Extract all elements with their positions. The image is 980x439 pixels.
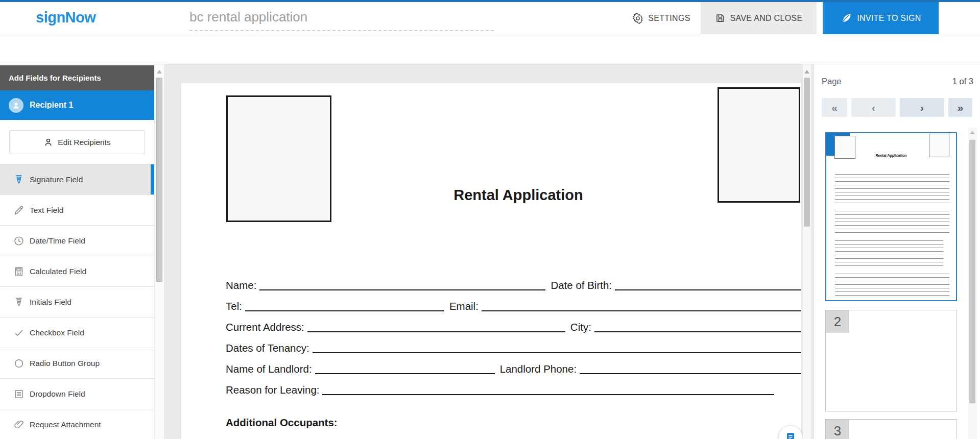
save-and-close-label: SAVE AND CLOSE — [730, 14, 803, 23]
page-label: Page — [822, 77, 842, 86]
form-line-fill — [322, 383, 774, 395]
save-and-close-button[interactable]: SAVE AND CLOSE — [701, 2, 817, 34]
form-line-fill — [594, 320, 801, 332]
page-thumbnail-3[interactable]: 3 — [825, 419, 957, 439]
sidebar-item-label: Checkbox Field — [30, 328, 84, 337]
recipient-label: Recipient 1 — [30, 101, 73, 110]
pencil-icon — [13, 205, 25, 216]
form-line: Tel: Email: — [226, 299, 801, 312]
sidebar-item-label: Text Field — [30, 206, 63, 215]
section-heading: Additional Occupants: — [226, 417, 338, 429]
form-line-fill — [482, 299, 801, 311]
document-heading: Rental Application — [365, 187, 672, 204]
invite-to-sign-button[interactable]: INVITE TO SIGN — [823, 2, 939, 34]
sidebar-item-radio-button-group[interactable]: Radio Button Group — [0, 348, 154, 379]
settings-button[interactable]: SETTINGS — [626, 2, 697, 34]
page-thumbnail-2[interactable]: 2 — [825, 310, 957, 411]
edit-recipients-button[interactable]: Edit Recipients — [9, 130, 145, 154]
sidebar-item-label: Dropdown Field — [30, 389, 85, 399]
canvas-scrollbar-thumb[interactable] — [804, 78, 810, 227]
form-line-fill — [307, 320, 565, 332]
chat-document-icon — [784, 431, 797, 439]
form-label: Current Address: — [226, 321, 304, 333]
scroll-up-icon — [804, 70, 809, 74]
settings-label: SETTINGS — [648, 14, 690, 23]
recipient-avatar — [9, 98, 23, 113]
person-icon — [43, 137, 53, 147]
double-chevron-left-icon: « — [831, 102, 838, 114]
calculator-icon — [13, 266, 25, 277]
form-label: Name: — [226, 279, 256, 291]
pages-panel: Page 1 of 3 « ‹ › » 1 Rental Application… — [814, 64, 980, 439]
fields-sidebar: Add Fields for Recipients Recipient 1 Ed… — [0, 64, 164, 439]
form-line: Reason for Leaving: — [226, 382, 801, 396]
form-label: Reason for Leaving: — [226, 384, 319, 396]
sidebar-item-calculated-field[interactable]: Calculated Field — [0, 256, 154, 287]
sidebar-item-initials-field[interactable]: Initials Field — [0, 287, 154, 318]
thumbnail-lines — [835, 237, 943, 266]
last-page-button[interactable]: » — [948, 98, 972, 117]
recipient-selector[interactable]: Recipient 1 — [0, 90, 154, 120]
canvas-scrollbar[interactable] — [802, 64, 811, 439]
form-line: Name of Landlord: Landlord Phone: — [226, 361, 801, 375]
paperclip-icon — [13, 419, 25, 430]
form-line-fill — [615, 278, 801, 290]
page-number-badge: 3 — [826, 420, 849, 439]
next-page-button[interactable]: › — [900, 98, 944, 117]
scroll-up-icon — [157, 70, 162, 74]
form-line-fill — [245, 299, 444, 311]
thumbnail-lines — [835, 171, 949, 203]
sidebar-item-text-field[interactable]: Text Field — [0, 195, 154, 226]
radio-circle-icon — [13, 358, 25, 369]
document-page[interactable]: Rental Application Name: Date of Birth: … — [181, 83, 801, 439]
chevron-right-icon: › — [920, 102, 924, 114]
form-label: Email: — [449, 300, 479, 312]
previous-page-button[interactable]: ‹ — [851, 98, 896, 117]
form-line: Current Address: City: — [226, 320, 801, 333]
chevron-left-icon: ‹ — [872, 102, 875, 114]
scroll-up-icon — [970, 131, 975, 134]
thumbnails-scrollbar[interactable] — [968, 128, 977, 439]
page-top-left-box — [226, 95, 331, 222]
form-line: Dates of Tenancy: — [226, 340, 801, 354]
initials-pen-icon — [13, 297, 25, 308]
edit-recipients-label: Edit Recipients — [58, 138, 110, 147]
sidebar-item-dropdown-field[interactable]: Dropdown Field — [0, 379, 154, 409]
document-canvas: Rental Application Name: Date of Birth: … — [164, 64, 814, 439]
page-status: 1 of 3 — [952, 77, 973, 86]
signnow-logo: signNow — [36, 9, 95, 26]
sidebar-scrollbar-thumb[interactable] — [156, 78, 162, 282]
form-line-fill — [315, 362, 495, 374]
form-label: Dates of Tenancy: — [226, 342, 309, 354]
sidebar-item-request-attachment[interactable]: Request Attachment — [0, 409, 154, 439]
form-line-fill — [580, 362, 801, 374]
active-indicator-bar — [151, 164, 154, 194]
invite-to-sign-label: INVITE TO SIGN — [857, 14, 921, 23]
save-icon — [715, 13, 726, 23]
form-label: City: — [570, 321, 591, 333]
quill-icon — [840, 12, 852, 25]
sidebar-item-signature-field[interactable]: Signature Field — [0, 164, 154, 195]
field-type-list: Signature Field Text Field — [0, 164, 154, 439]
sidebar-item-date-time-field[interactable]: Date/Time Field — [0, 226, 154, 256]
signature-pen-icon — [13, 174, 25, 185]
page-thumbnail-1[interactable]: 1 Rental Application — [825, 132, 957, 301]
sidebar-item-label: Radio Button Group — [30, 359, 100, 368]
first-page-button[interactable]: « — [822, 98, 847, 117]
clock-icon — [13, 235, 25, 247]
form-line: Name: Date of Birth: — [226, 278, 801, 291]
app-header: signNow bc rental application SETTINGS S… — [0, 2, 980, 34]
editor-toolbar: 100% — [0, 34, 980, 64]
sidebar-item-label: Request Attachment — [30, 420, 101, 429]
sidebar-item-checkbox-field[interactable]: Checkbox Field — [0, 318, 154, 348]
sidebar-scrollbar[interactable] — [154, 64, 164, 439]
document-title-underline — [189, 30, 494, 31]
checkmark-icon — [13, 327, 25, 338]
page-top-right-box — [718, 87, 800, 203]
document-title-input[interactable]: bc rental application — [189, 9, 307, 25]
thumbnail-lines — [835, 271, 949, 296]
form-line-fill — [259, 278, 545, 290]
gear-icon — [632, 13, 643, 24]
thumbnails-scrollbar-thumb[interactable] — [969, 140, 975, 403]
form-label: Date of Birth: — [551, 279, 612, 291]
